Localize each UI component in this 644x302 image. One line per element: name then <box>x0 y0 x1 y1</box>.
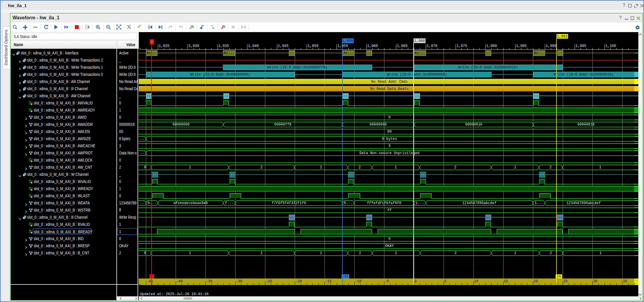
svg-text:Data Non-secure Unprivileged: Data Non-secure Unprivileged <box>359 151 420 155</box>
svg-text:1,045: 1,045 <box>278 44 289 48</box>
svg-text:-10: -10 <box>355 279 361 284</box>
svg-text:3: 3 <box>388 144 390 148</box>
svg-text:Write (ID:0 Addr:0x00000018): Write (ID:0 Addr:0x00000018) <box>554 73 614 77</box>
svg-text:35: 35 <box>623 279 627 284</box>
svg-text:2: 2 <box>454 251 456 255</box>
svg-text:00: 00 <box>387 130 392 134</box>
svg-text:..: .. <box>140 151 144 155</box>
svg-text:No Read Data Beats: No Read Data Beats <box>370 87 409 91</box>
svg-text:1,035: 1,035 <box>218 44 229 48</box>
svg-text:ff: ff <box>387 208 392 212</box>
svg-text:1,090: 1,090 <box>546 44 556 48</box>
svg-text:fffefdfcfbfaf9f8: fffefdfcfbfaf9f8 <box>367 201 401 205</box>
svg-text:..: .. <box>289 51 294 55</box>
svg-text:2: 2 <box>260 251 262 255</box>
svg-text:-30: -30 <box>236 279 242 284</box>
svg-text:1,068: 1,068 <box>414 39 425 43</box>
svg-text:Ac...: Ac... <box>224 51 234 55</box>
svg-text:-15: -15 <box>325 279 332 284</box>
svg-text:1,050: 1,050 <box>308 44 318 48</box>
svg-text:5: 5 <box>444 279 446 284</box>
svg-text:Write (ID:0 Addr:0x00000008): Write (ID:0 Addr:0x00000008) <box>387 73 447 77</box>
svg-text:2: 2 <box>359 251 361 255</box>
svg-text:1,030: 1,030 <box>188 44 199 48</box>
svg-text:1: 1 <box>320 165 322 170</box>
svg-text:2: 2 <box>260 165 262 170</box>
svg-text:f...: f... <box>225 201 234 205</box>
svg-text:24: 24 <box>557 275 561 278</box>
svg-text:0: 0 <box>144 251 146 255</box>
svg-text:0: 0 <box>414 279 417 284</box>
svg-text:-40: -40 <box>176 279 183 284</box>
svg-text:-35: -35 <box>206 279 213 284</box>
svg-text:00000018: 00000018 <box>577 123 595 127</box>
svg-text:..: .. <box>486 51 490 55</box>
svg-text:..: .. <box>140 137 144 141</box>
svg-text:1...: 1... <box>535 201 543 205</box>
svg-text:Write (ID:0 Addr:0x00000010): Write (ID:0 Addr:0x00000010) <box>458 65 518 70</box>
svg-text:2: 2 <box>358 165 361 170</box>
svg-text:25: 25 <box>563 279 567 284</box>
svg-text:1,040: 1,040 <box>248 44 259 48</box>
svg-text:1,085: 1,085 <box>516 44 527 48</box>
svg-text:1: 1 <box>599 251 601 255</box>
svg-text:00000ff8: 00000ff8 <box>274 123 291 127</box>
svg-text:1,056: 1,056 <box>342 39 353 43</box>
svg-text:2: 2 <box>454 165 456 170</box>
svg-text:efeeedecebeae9e8: efeeedecebeae9e8 <box>173 201 208 205</box>
svg-text:2: 2 <box>550 251 552 255</box>
svg-text:30: 30 <box>593 279 597 284</box>
svg-text:-20: -20 <box>295 279 302 284</box>
svg-text:1...: 1... <box>416 201 424 205</box>
svg-text:00000000: 00000000 <box>172 123 190 127</box>
svg-text:1,080: 1,080 <box>486 44 497 48</box>
svg-text:1: 1 <box>189 251 191 255</box>
svg-text:..: .. <box>367 51 371 55</box>
svg-text:T: T <box>151 40 153 44</box>
svg-text:1: 1 <box>599 165 601 170</box>
svg-text:Updated at: 2025-Jul-26 19:41:: Updated at: 2025-Jul-26 19:41:16 <box>140 292 208 296</box>
svg-text:Write (ID:0 Addr:0x00000ff8): Write (ID:0 Addr:0x00000ff8) <box>267 65 328 70</box>
svg-text:0: 0 <box>388 237 390 241</box>
svg-text:-5: -5 <box>385 279 389 284</box>
svg-text:20: 20 <box>534 279 538 284</box>
svg-text:-12: -12 <box>342 275 348 278</box>
svg-text:Write (ID:0 Addr:0x00000000): Write (ID:0 Addr:0x00000000) <box>190 73 250 77</box>
svg-text:-25: -25 <box>266 279 272 284</box>
svg-text:1,060: 1,060 <box>367 44 378 48</box>
svg-text:Ac...: Ac... <box>343 51 354 55</box>
svg-text:Ac...: Ac... <box>534 51 545 55</box>
svg-text:1,075: 1,075 <box>456 44 467 48</box>
svg-text:1,095: 1,095 <box>576 44 586 48</box>
svg-text:1,055: 1,055 <box>337 44 348 48</box>
svg-text:00000008: 00000008 <box>369 123 387 127</box>
svg-text:1,065: 1,065 <box>397 44 408 48</box>
svg-text:1234567890abcdef: 1234567890abcdef <box>566 201 601 205</box>
svg-text:00000010: 00000010 <box>465 123 482 127</box>
svg-text:T: T <box>151 275 152 278</box>
svg-text:..: .. <box>558 51 562 55</box>
svg-text:2: 2 <box>549 165 551 170</box>
svg-text:1: 1 <box>514 165 516 170</box>
svg-text:1,070: 1,070 <box>427 44 437 48</box>
svg-text:1: 1 <box>320 251 322 255</box>
svg-text:1: 1 <box>189 165 191 170</box>
svg-text:1,092: 1,092 <box>557 35 567 39</box>
svg-text:1,100: 1,100 <box>605 44 616 48</box>
svg-text:1: 1 <box>394 165 397 170</box>
svg-text:0...: 0... <box>344 201 353 205</box>
svg-text:1: 1 <box>395 251 397 255</box>
svg-text:..: .. <box>140 201 144 205</box>
svg-text:0: 0 <box>388 115 390 120</box>
svg-text:OKAY: OKAY <box>385 244 394 248</box>
svg-text:1,025: 1,025 <box>159 44 169 48</box>
svg-text:..: .. <box>152 51 156 55</box>
svg-text:Ac...: Ac... <box>414 51 425 55</box>
svg-text:8 bytes: 8 bytes <box>382 137 397 141</box>
svg-text:f7f6f5f4f3f2f1f0: f7f6f5f4f3f2f1f0 <box>272 201 306 205</box>
svg-text:1234567890abcdef: 1234567890abcdef <box>462 201 496 205</box>
svg-text:-45: -45 <box>146 279 153 284</box>
svg-text:0: 0 <box>144 165 146 170</box>
svg-text:10: 10 <box>474 279 478 284</box>
svg-text:1: 1 <box>514 251 516 255</box>
